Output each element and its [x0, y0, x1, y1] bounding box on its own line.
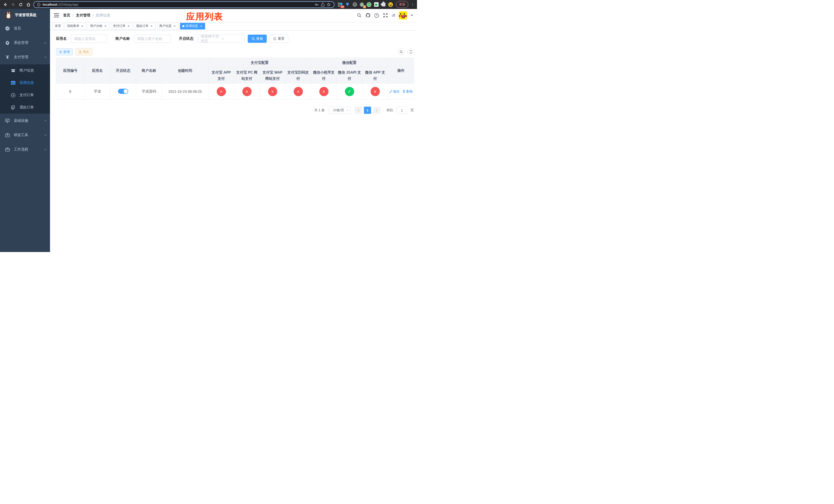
merchant-name-input[interactable] — [134, 35, 171, 43]
browser-update-button[interactable]: 更新 — [396, 1, 408, 8]
sidebar-item-devtools[interactable]: 研发工具 — [0, 128, 50, 142]
sidebar-item-app-info[interactable]: 应用信息 — [0, 77, 50, 89]
navbar: 首页 / 支付管理 / 应用信息 ? тT — [50, 9, 417, 22]
avatar[interactable] — [399, 11, 407, 20]
url-text[interactable]: localhost:1024/pay/app — [43, 3, 313, 6]
extensions-row: 10 ⌘ 1 y — [338, 2, 393, 7]
github-icon[interactable] — [366, 13, 371, 18]
goto-label: 前往 — [387, 108, 393, 113]
sidebar-item-merchant-info[interactable]: 商户信息 — [0, 64, 50, 77]
page-annotation: 应用列表 — [186, 11, 223, 23]
chevron-up-icon — [44, 55, 47, 59]
wx-app-status-icon: × — [371, 87, 380, 96]
close-icon[interactable]: × — [173, 24, 176, 28]
delete-link[interactable]: 删除 — [402, 89, 413, 94]
sidebar-item-pay-order[interactable]: ¥ 支付订单 — [0, 89, 50, 101]
cell-app-name: 芋道 — [85, 84, 110, 100]
tag-refund-order[interactable]: 退款订单× — [134, 23, 156, 29]
sidebar-item-pay[interactable]: ¥ 支付管理 — [0, 50, 50, 64]
close-icon[interactable]: × — [199, 24, 203, 28]
tag-user-group[interactable]: 用户分组× — [88, 23, 110, 29]
hamburger-icon[interactable] — [54, 13, 59, 18]
logo-avatar — [5, 11, 12, 19]
url-bar[interactable]: localhost:1024/pay/app — [33, 1, 334, 8]
page-size-select[interactable]: 10条/页 — [329, 107, 351, 114]
trash-icon — [402, 90, 405, 93]
tasks-badge: 10 — [340, 5, 345, 8]
chevron-down-icon — [44, 119, 47, 122]
yudao-extension-icon[interactable]: y — [367, 2, 371, 7]
reload-icon[interactable] — [18, 2, 24, 7]
fullscreen-icon[interactable] — [383, 13, 388, 18]
tag-home[interactable]: 首页 — [52, 23, 63, 29]
toggle-search-button[interactable] — [397, 48, 405, 55]
app-name-input[interactable] — [71, 35, 107, 43]
breadcrumb-home[interactable]: 首页 — [63, 13, 70, 18]
refresh-table-button[interactable] — [407, 48, 414, 55]
session-extension-icon[interactable]: 1 — [359, 2, 364, 7]
home-icon[interactable] — [26, 2, 31, 7]
tags-bar: 首页 流程表单× 用户分组× 支付订单× 退款订单× 商户信息× 应用信息× — [50, 22, 417, 30]
sidebar: 芋道管理系统 首页 系统管理 ¥ 支付管理 — [0, 9, 50, 252]
sidebar-item-infra[interactable]: 基础设施 — [0, 114, 50, 128]
page-content: 应用名 商户名称 开启状态 请选择开启状态 — [50, 30, 417, 252]
close-icon[interactable]: × — [81, 24, 84, 28]
close-icon[interactable]: × — [127, 24, 130, 28]
col-created: 创建时间 — [162, 58, 208, 84]
close-icon[interactable]: × — [150, 24, 153, 28]
tag-flow-form[interactable]: 流程表单× — [65, 23, 86, 29]
page-number-1[interactable]: 1 — [364, 107, 371, 114]
sidebar-item-home[interactable]: 首页 — [0, 21, 50, 36]
table-toolbar: 新增 导出 — [56, 48, 414, 55]
gem-extension-icon[interactable] — [345, 2, 350, 7]
status-toggle[interactable] — [118, 89, 128, 94]
close-icon[interactable]: × — [104, 24, 107, 28]
tasks-extension-icon[interactable]: 10 — [338, 2, 343, 7]
sidebar-item-system[interactable]: 系统管理 — [0, 36, 50, 50]
sidebar-item-refund-order[interactable]: 退款订单 — [0, 101, 50, 114]
sidebar-item-workflow[interactable]: 工作流程 — [0, 142, 50, 157]
browser-menu-icon[interactable]: ⋮ — [411, 3, 414, 6]
tag-pay-order[interactable]: 支付订单× — [111, 23, 133, 29]
bookmark-star-icon[interactable] — [327, 3, 331, 7]
add-button[interactable]: 新增 — [56, 48, 73, 55]
store-icon — [11, 68, 15, 73]
goto-page-input[interactable] — [397, 107, 407, 114]
key-icon[interactable] — [315, 3, 319, 7]
tag-merchant-info[interactable]: 商户信息× — [157, 23, 179, 29]
help-icon[interactable]: ? — [374, 13, 379, 18]
wx-jsapi-status-icon: ✓ — [345, 87, 354, 96]
next-page-button[interactable] — [373, 107, 380, 114]
status-select[interactable]: 请选择开启状态 — [197, 35, 245, 43]
export-button[interactable]: 导出 — [75, 48, 92, 55]
documents-icon — [11, 105, 15, 110]
font-size-icon[interactable]: тT — [392, 13, 395, 18]
search-button[interactable]: 搜索 — [248, 35, 267, 43]
caret-down-icon[interactable] — [411, 15, 413, 17]
wx-mini-status-icon: × — [319, 87, 329, 96]
reset-button[interactable]: 重置 — [269, 35, 288, 43]
prev-page-button[interactable] — [355, 107, 362, 114]
puzzle-extension-icon[interactable] — [381, 2, 386, 7]
emoji-extension-icon[interactable] — [388, 2, 393, 7]
search-icon[interactable] — [357, 13, 362, 18]
breadcrumb-current: 应用信息 — [96, 13, 110, 18]
alipay-wap-status-icon: × — [268, 87, 277, 96]
sidebar-logo[interactable]: 芋道管理系统 — [0, 9, 50, 21]
share-icon[interactable] — [321, 3, 325, 7]
forward-icon[interactable] — [10, 2, 16, 7]
col-alipay-qr: 支付宝扫码支付 — [285, 68, 311, 84]
total-count: 共 1 条 — [314, 108, 325, 113]
edit-link[interactable]: 修改 — [389, 89, 400, 94]
tag-app-info[interactable]: 应用信息× — [180, 23, 205, 29]
sidebar-item-label: 工作流程 — [14, 147, 40, 152]
chat-extension-icon[interactable] — [374, 2, 378, 7]
site-info-icon[interactable] — [37, 3, 41, 6]
back-icon[interactable] — [3, 2, 8, 7]
breadcrumb-pay[interactable]: 支付管理 — [76, 13, 90, 18]
svg-text:¥: ¥ — [12, 94, 14, 97]
col-wx-app: 微信 APP 支付 — [363, 68, 388, 84]
cell-created: 2021-10-23 08:49:25 — [162, 84, 208, 100]
merchant-name-label: 商户名称 — [115, 37, 130, 41]
command-extension-icon[interactable]: ⌘ — [352, 2, 357, 7]
